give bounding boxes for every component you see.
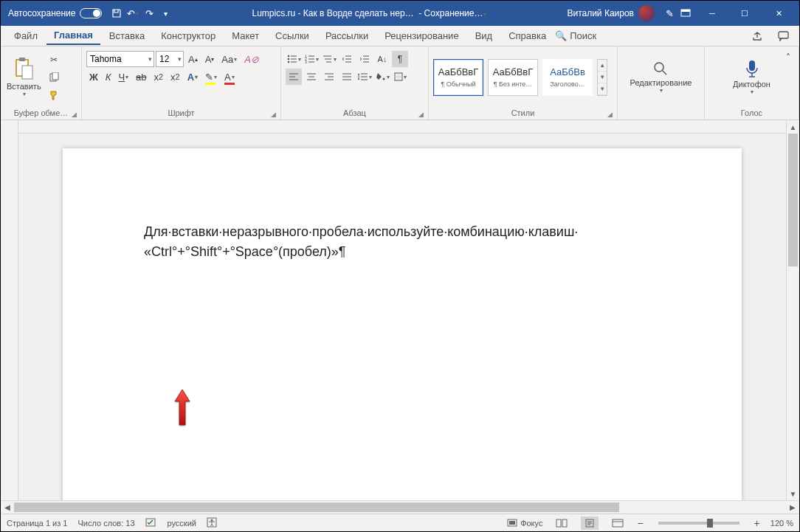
word-count[interactable]: Число слов: 13 (77, 519, 134, 528)
cut-icon[interactable]: ✂ (46, 52, 62, 68)
style-heading1[interactable]: АаБбВв Заголово… (542, 59, 593, 96)
tab-review[interactable]: Рецензирование (377, 27, 466, 44)
change-case-icon[interactable]: Aa▾ (218, 51, 240, 67)
view-print-icon[interactable] (581, 517, 599, 530)
ruler-horizontal[interactable] (18, 120, 786, 134)
superscript-icon[interactable]: x2 (168, 69, 183, 85)
zoom-slider[interactable] (658, 522, 739, 525)
tab-file[interactable]: Файл (7, 27, 45, 44)
accessibility-icon[interactable] (207, 517, 217, 529)
clear-format-icon[interactable]: A⊘ (241, 51, 262, 67)
styles-more[interactable]: ▴▾▾ (597, 59, 607, 96)
document-scroll[interactable]: Для·вставки·неразрывного·пробела·использ… (18, 120, 786, 500)
style-no-spacing[interactable]: АаБбВвГ ¶ Без инте… (488, 59, 538, 96)
text-effects-icon[interactable]: A▾ (185, 69, 201, 85)
paste-button[interactable]: Вставить ▾ (4, 55, 44, 99)
align-center-icon[interactable] (303, 69, 320, 85)
dialog-launcher-icon[interactable]: ◢ (418, 111, 424, 118)
zoom-out-icon[interactable]: − (637, 517, 643, 529)
search-tab[interactable]: 🔍 Поиск (555, 30, 596, 41)
tab-mailings[interactable]: Рассылки (318, 27, 376, 44)
highlight-icon[interactable]: ✎▾ (202, 69, 220, 85)
scroll-up-icon[interactable]: ▲ (787, 120, 799, 134)
tab-references[interactable]: Ссылки (268, 27, 317, 44)
strikethrough-button[interactable]: ab (133, 69, 149, 85)
dialog-launcher-icon[interactable]: ◢ (271, 111, 276, 118)
view-read-icon[interactable] (553, 517, 570, 530)
scrollbar-vertical[interactable]: ▲ ▼ (786, 120, 799, 500)
copy-icon[interactable] (46, 69, 62, 86)
share-icon[interactable] (748, 28, 767, 44)
ribbon-display-icon[interactable] (680, 7, 692, 19)
scroll-right-icon[interactable]: ▶ (786, 501, 799, 514)
tab-layout[interactable]: Макет (224, 27, 266, 44)
multilevel-icon[interactable]: ▾ (321, 51, 337, 67)
scrollbar-horizontal[interactable]: ◀ ▶ (1, 500, 799, 514)
zoom-level[interactable]: 120 % (770, 519, 793, 528)
focus-label: Фокус (520, 519, 542, 528)
avatar[interactable] (638, 5, 655, 21)
show-marks-icon[interactable]: ¶ (392, 51, 408, 67)
document-text[interactable]: Для·вставки·неразрывного·пробела·использ… (144, 222, 661, 262)
comments-icon[interactable] (774, 28, 793, 44)
maximize-button[interactable]: ☐ (728, 1, 761, 26)
redo-icon[interactable]: ↷ (143, 7, 155, 19)
view-web-icon[interactable] (609, 517, 627, 530)
tab-design[interactable]: Конструктор (154, 27, 223, 44)
justify-icon[interactable] (339, 69, 355, 85)
tab-help[interactable]: Справка (501, 27, 554, 44)
align-right-icon[interactable] (321, 69, 337, 85)
scroll-left-icon[interactable]: ◀ (1, 501, 14, 514)
qat-more-icon[interactable]: ▾ (159, 7, 171, 19)
scroll-thumb-h[interactable] (14, 502, 619, 512)
wand-icon[interactable]: ✎ (663, 7, 675, 19)
dialog-launcher-icon[interactable]: ◢ (607, 111, 613, 118)
tab-insert[interactable]: Вставка (102, 27, 152, 44)
line-spacing-icon[interactable]: ▾ (356, 69, 373, 85)
editing-button[interactable]: Редактирование ▾ (627, 59, 695, 95)
focus-mode[interactable]: Фокус (507, 519, 542, 528)
scroll-thumb[interactable] (788, 134, 798, 266)
zoom-in-icon[interactable]: + (754, 517, 760, 529)
bold-button[interactable]: Ж (86, 69, 101, 85)
tab-view[interactable]: Вид (468, 27, 500, 44)
grow-font-icon[interactable]: A▴ (185, 51, 201, 67)
svg-rect-1 (681, 10, 690, 12)
decrease-indent-icon[interactable] (339, 51, 355, 67)
subscript-icon[interactable]: x2 (151, 69, 167, 85)
collapse-ribbon-icon[interactable]: ˄ (780, 49, 796, 66)
page-indicator[interactable]: Страница 1 из 1 (7, 519, 67, 528)
scroll-down-icon[interactable]: ▼ (787, 487, 799, 500)
doc-line-1: Для·вставки·неразрывного·пробела·использ… (144, 224, 578, 239)
close-button[interactable]: ✕ (761, 1, 796, 26)
font-size-combo[interactable]: 12 (156, 51, 184, 67)
group-font-label: Шрифт (168, 108, 194, 117)
borders-icon[interactable]: ▾ (392, 69, 408, 85)
style-normal[interactable]: АаБбВвГ ¶ Обычный (433, 59, 483, 96)
align-left-icon[interactable] (286, 69, 302, 85)
undo-icon[interactable]: ↶▾ (127, 7, 139, 19)
dictate-button[interactable]: Диктофон ▾ (730, 58, 773, 97)
sort-icon[interactable]: A↓ (374, 51, 390, 67)
language-indicator[interactable]: русский (168, 519, 196, 528)
font-name-combo[interactable]: Tahoma (86, 51, 154, 67)
numbering-icon[interactable]: 123▾ (303, 51, 320, 67)
underline-button[interactable]: Ч▾ (115, 69, 131, 85)
tab-home[interactable]: Главная (46, 27, 100, 45)
save-icon[interactable] (111, 7, 123, 19)
shading-icon[interactable]: ▾ (374, 69, 390, 85)
format-painter-icon[interactable] (46, 87, 62, 103)
page[interactable]: Для·вставки·неразрывного·пробела·использ… (63, 148, 742, 500)
font-color-icon[interactable]: A▾ (221, 69, 238, 85)
svg-text:3: 3 (305, 60, 307, 63)
bullets-icon[interactable]: ▾ (286, 51, 302, 67)
dialog-launcher-icon[interactable]: ◢ (72, 111, 77, 118)
spellcheck-icon[interactable] (145, 517, 157, 529)
ribbon-tabs: Файл Главная Вставка Конструктор Макет С… (1, 26, 799, 46)
italic-button[interactable]: К (103, 69, 114, 85)
shrink-font-icon[interactable]: A▾ (202, 51, 218, 67)
autosave-toggle[interactable] (80, 8, 102, 18)
minimize-button[interactable]: ─ (696, 1, 728, 26)
ruler-vertical[interactable] (1, 120, 18, 500)
increase-indent-icon[interactable] (356, 51, 373, 67)
